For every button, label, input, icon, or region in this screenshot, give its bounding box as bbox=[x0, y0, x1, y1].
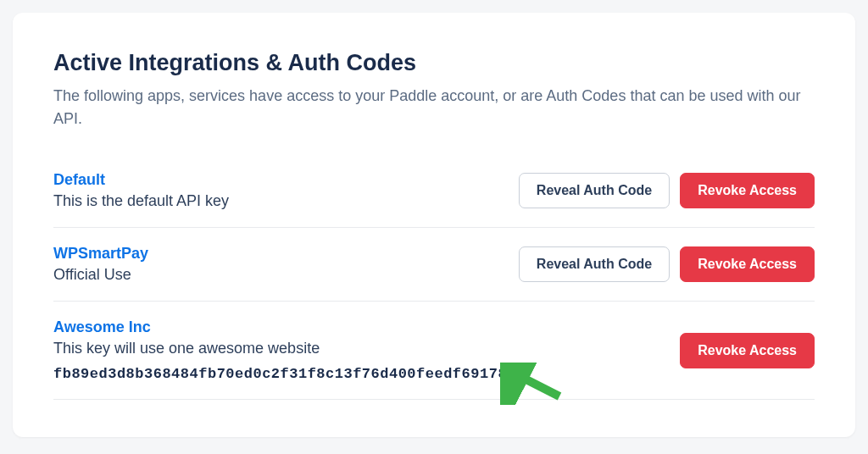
action-buttons: Reveal Auth Code Revoke Access bbox=[519, 173, 815, 208]
integration-name: Default bbox=[53, 171, 519, 189]
revoke-access-button[interactable]: Revoke Access bbox=[680, 246, 815, 282]
svg-line-1 bbox=[513, 373, 559, 396]
auth-code-value: fb89ed3d8b368484fb70ed0c2f31f8c13f76d400… bbox=[53, 366, 680, 382]
page-description: The following apps, services have access… bbox=[53, 85, 815, 130]
integration-info: WPSmartPay Official Use bbox=[53, 245, 519, 284]
arrow-annotation bbox=[500, 363, 568, 405]
integration-info: Awesome Inc This key will use one awesom… bbox=[53, 318, 680, 382]
integration-description: Official Use bbox=[53, 266, 519, 284]
integration-name: WPSmartPay bbox=[53, 245, 519, 263]
integrations-card: Active Integrations & Auth Codes The fol… bbox=[13, 13, 855, 437]
action-buttons: Revoke Access bbox=[680, 333, 815, 368]
reveal-auth-code-button[interactable]: Reveal Auth Code bbox=[519, 246, 670, 282]
reveal-auth-code-button[interactable]: Reveal Auth Code bbox=[519, 173, 670, 208]
revoke-access-button[interactable]: Revoke Access bbox=[680, 333, 815, 368]
integration-row: WPSmartPay Official Use Reveal Auth Code… bbox=[53, 228, 815, 302]
integration-name: Awesome Inc bbox=[53, 318, 680, 336]
arrow-icon bbox=[500, 363, 568, 405]
action-buttons: Reveal Auth Code Revoke Access bbox=[519, 246, 815, 282]
integration-description: This is the default API key bbox=[53, 192, 519, 210]
integration-info: Default This is the default API key bbox=[53, 171, 519, 210]
integration-description: This key will use one awesome website bbox=[53, 340, 680, 357]
integration-row: Default This is the default API key Reve… bbox=[53, 154, 815, 228]
revoke-access-button[interactable]: Revoke Access bbox=[680, 173, 815, 208]
page-title: Active Integrations & Auth Codes bbox=[53, 50, 815, 76]
integration-row: Awesome Inc This key will use one awesom… bbox=[53, 302, 815, 400]
